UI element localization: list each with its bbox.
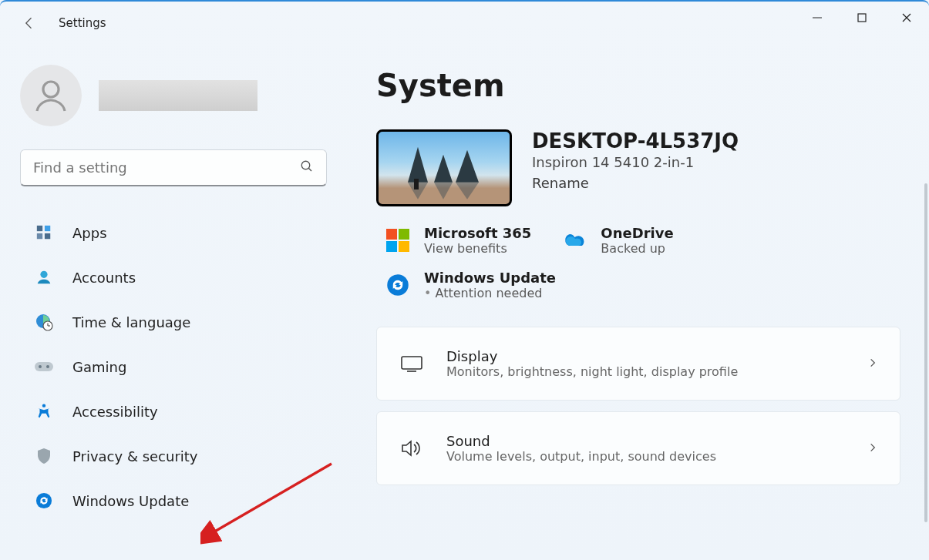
sound-icon xyxy=(399,435,425,461)
apps-icon xyxy=(34,223,54,243)
time-language-icon xyxy=(34,312,54,332)
tile-sub: Attention needed xyxy=(424,286,556,300)
tile-microsoft-365[interactable]: Microsoft 365 View benefits xyxy=(376,222,539,259)
svg-point-20 xyxy=(36,493,52,508)
app-title: Settings xyxy=(59,16,106,30)
svg-point-11 xyxy=(40,271,47,278)
rename-link[interactable]: Rename xyxy=(532,175,739,191)
svg-rect-10 xyxy=(45,233,50,239)
search-box[interactable] xyxy=(20,149,327,186)
title-bar: Settings xyxy=(0,2,929,45)
windows-update-icon xyxy=(34,491,54,511)
search-icon xyxy=(300,159,314,176)
status-tiles: Microsoft 365 View benefits OneDrive Bac… xyxy=(376,222,901,303)
main-panel: System DESKTOP-4L537JQ Inspiron 14 5410 … xyxy=(339,45,929,560)
svg-rect-1 xyxy=(858,14,866,22)
back-button[interactable] xyxy=(19,12,40,34)
card-sub: Monitors, brightness, night light, displ… xyxy=(446,364,846,379)
sidebar-item-label: Windows Update xyxy=(72,493,189,509)
card-title: Sound xyxy=(446,433,846,449)
maximize-button[interactable] xyxy=(840,2,884,34)
sidebar-item-label: Apps xyxy=(72,225,107,241)
sidebar-item-privacy-security[interactable]: Privacy & security xyxy=(20,436,327,476)
svg-point-21 xyxy=(387,274,409,296)
account-header[interactable] xyxy=(20,65,339,126)
svg-rect-16 xyxy=(35,362,53,371)
nav-list: Apps Accounts Time & language Gaming xyxy=(20,213,339,521)
sidebar-item-label: Accounts xyxy=(72,270,136,286)
sidebar-item-label: Privacy & security xyxy=(72,448,198,464)
svg-line-6 xyxy=(308,168,311,171)
device-info: DESKTOP-4L537JQ Inspiron 14 5410 2-in-1 … xyxy=(532,129,739,191)
device-name: DESKTOP-4L537JQ xyxy=(532,129,739,153)
sidebar-item-label: Gaming xyxy=(72,359,126,375)
sidebar-item-accessibility[interactable]: Accessibility xyxy=(20,391,327,431)
page-title: System xyxy=(376,68,901,103)
svg-rect-9 xyxy=(37,233,42,239)
sidebar-item-accounts[interactable]: Accounts xyxy=(20,257,327,297)
device-row: DESKTOP-4L537JQ Inspiron 14 5410 2-in-1 … xyxy=(376,129,901,206)
account-name-redacted xyxy=(99,80,257,111)
chevron-right-icon xyxy=(867,441,878,456)
sidebar-item-label: Time & language xyxy=(72,314,190,330)
tile-onedrive[interactable]: OneDrive Backed up xyxy=(553,222,707,259)
svg-point-19 xyxy=(42,404,45,407)
sidebar-item-label: Accessibility xyxy=(72,404,158,420)
card-title: Display xyxy=(446,348,846,364)
scrollbar[interactable] xyxy=(924,183,927,522)
tile-sub: View benefits xyxy=(424,241,531,256)
tile-sub: Backed up xyxy=(601,241,673,256)
sidebar-item-time-language[interactable]: Time & language xyxy=(20,302,327,342)
window-controls xyxy=(795,2,929,34)
microsoft-365-icon xyxy=(384,226,412,254)
avatar xyxy=(20,65,82,126)
svg-rect-22 xyxy=(402,357,422,369)
device-thumbnail[interactable] xyxy=(376,129,512,206)
sidebar-item-gaming[interactable]: Gaming xyxy=(20,347,327,387)
windows-update-icon xyxy=(384,271,412,299)
sidebar-item-apps[interactable]: Apps xyxy=(20,213,327,253)
gaming-icon xyxy=(34,357,54,377)
sidebar-item-windows-update[interactable]: Windows Update xyxy=(20,481,327,521)
svg-rect-8 xyxy=(45,226,50,231)
card-display[interactable]: Display Monitors, brightness, night ligh… xyxy=(376,327,900,401)
onedrive-icon xyxy=(560,226,588,254)
card-sub: Volume levels, output, input, sound devi… xyxy=(446,449,846,464)
svg-point-18 xyxy=(46,365,49,368)
tile-title: OneDrive xyxy=(601,225,673,241)
accounts-icon xyxy=(34,267,54,287)
tile-title: Windows Update xyxy=(424,270,556,286)
shield-icon xyxy=(34,446,54,466)
chevron-right-icon xyxy=(867,357,878,371)
tile-title: Microsoft 365 xyxy=(424,225,531,241)
device-model: Inspiron 14 5410 2-in-1 xyxy=(532,154,739,170)
card-sound[interactable]: Sound Volume levels, output, input, soun… xyxy=(376,411,900,485)
close-button[interactable] xyxy=(884,2,929,34)
accessibility-icon xyxy=(34,401,54,421)
minimize-button[interactable] xyxy=(795,2,840,34)
svg-point-4 xyxy=(43,82,59,97)
display-icon xyxy=(399,350,425,377)
tile-windows-update[interactable]: Windows Update Attention needed xyxy=(376,267,901,303)
settings-cards: Display Monitors, brightness, night ligh… xyxy=(376,327,901,485)
svg-point-5 xyxy=(301,161,310,169)
sidebar: Apps Accounts Time & language Gaming xyxy=(0,45,339,560)
svg-point-17 xyxy=(39,365,42,368)
search-input[interactable] xyxy=(33,159,300,176)
svg-rect-7 xyxy=(37,226,42,231)
